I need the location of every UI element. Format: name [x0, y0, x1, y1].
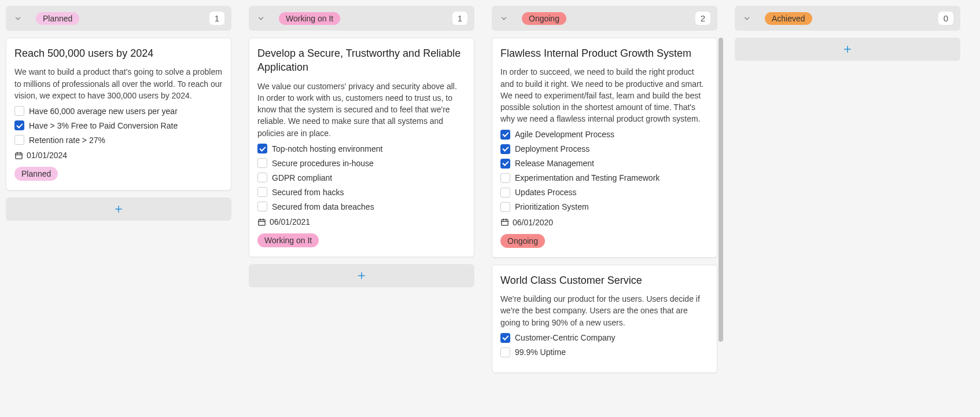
checkbox[interactable] [14, 135, 24, 145]
card-title: Reach 500,000 users by 2024 [14, 46, 223, 60]
column-header[interactable]: Achieved0 [735, 6, 960, 31]
chevron-down-icon[interactable] [499, 13, 509, 24]
add-card-button[interactable] [6, 197, 231, 221]
checklist-item[interactable]: Have 60,000 average new users per year [14, 106, 223, 116]
checklist-item[interactable]: Updates Process [500, 188, 709, 197]
checklist-label: 99.9% Uptime [515, 348, 566, 357]
checklist-item[interactable]: Customer-Centric Company [500, 333, 709, 343]
checklist-label: Deployment Process [515, 144, 590, 153]
card-description: We value our customers' privacy and secu… [257, 81, 466, 139]
checkbox[interactable] [500, 202, 510, 212]
checklist-item[interactable]: Have > 3% Free to Paid Conversion Rate [14, 120, 223, 130]
checklist-label: Secured from hacks [272, 188, 344, 197]
column-body: Flawless Internal Product Growth SystemI… [492, 38, 717, 380]
checklist-label: Secure procedures in-house [272, 159, 374, 168]
card-date-text: 06/01/2020 [513, 218, 553, 227]
card-date-text: 06/01/2021 [270, 217, 310, 226]
column-header[interactable]: Planned1 [6, 6, 231, 31]
column-body: Develop a Secure, Trustworthy and Reliab… [249, 38, 474, 264]
column-achieved: Achieved0 [735, 6, 960, 61]
card-date-text: 01/01/2024 [27, 151, 67, 160]
chevron-down-icon[interactable] [256, 13, 266, 24]
checklist-label: Retention rate > 27% [29, 136, 105, 145]
card-description: In order to succeed, we need to build th… [500, 66, 709, 125]
checklist-item[interactable]: Retention rate > 27% [14, 135, 223, 145]
column-header[interactable]: Ongoing2 [492, 6, 717, 31]
plus-icon [842, 44, 853, 54]
checkbox[interactable] [500, 173, 510, 183]
chevron-down-icon[interactable] [13, 13, 23, 24]
card-checklist: Agile Development ProcessDeployment Proc… [500, 130, 709, 212]
checklist-label: Have > 3% Free to Paid Conversion Rate [29, 121, 178, 130]
column-body: Reach 500,000 users by 2024We want to bu… [6, 38, 231, 197]
calendar-icon [500, 218, 509, 226]
checklist-item[interactable]: Top-notch hosting environment [257, 144, 466, 153]
checklist-item[interactable]: 99.9% Uptime [500, 348, 709, 357]
svg-rect-12 [502, 220, 508, 225]
checkbox[interactable] [257, 158, 267, 168]
column-header[interactable]: Working on It1 [249, 6, 474, 31]
checklist-label: Secured from data breaches [272, 202, 374, 211]
checklist-item[interactable]: GDPR compliant [257, 173, 466, 182]
card[interactable]: World Class Customer ServiceWe're buildi… [492, 265, 717, 373]
card-checklist: Top-notch hosting environmentSecure proc… [257, 144, 466, 211]
svg-rect-6 [259, 220, 265, 225]
checkbox[interactable] [500, 159, 510, 169]
svg-rect-0 [16, 153, 22, 159]
checkbox[interactable] [500, 333, 510, 343]
add-card-button[interactable] [735, 38, 960, 61]
checklist-label: Experimentation and Testing Framework [515, 173, 660, 182]
checkbox[interactable] [14, 106, 24, 116]
checkbox[interactable] [257, 144, 267, 153]
kanban-board: Planned1Reach 500,000 users by 2024We wa… [6, 6, 974, 380]
card-date: 01/01/2024 [14, 151, 223, 160]
card-checklist: Have 60,000 average new users per yearHa… [14, 106, 223, 145]
card-title: Develop a Secure, Trustworthy and Reliab… [257, 46, 466, 75]
checklist-label: Updates Process [515, 188, 577, 197]
card[interactable]: Flawless Internal Product Growth SystemI… [492, 38, 717, 258]
card-title: Flawless Internal Product Growth System [500, 46, 709, 60]
card-date: 06/01/2020 [500, 218, 709, 227]
card-description: We're building our product for the users… [500, 293, 709, 328]
scrollbar-thumb[interactable] [719, 38, 723, 342]
checklist-item[interactable]: Release Management [500, 159, 709, 169]
chevron-down-icon[interactable] [742, 13, 752, 24]
checkbox[interactable] [257, 187, 267, 197]
card[interactable]: Reach 500,000 users by 2024We want to bu… [6, 38, 231, 191]
card-status-pill: Working on It [257, 233, 319, 247]
card-status-pill: Planned [14, 167, 58, 181]
column-count-badge: 0 [938, 12, 953, 25]
checklist-item[interactable]: Secured from data breaches [257, 202, 466, 211]
checklist-item[interactable]: Secured from hacks [257, 187, 466, 197]
checkbox[interactable] [500, 130, 510, 140]
card-title: World Class Customer Service [500, 273, 709, 287]
checklist-label: Customer-Centric Company [515, 333, 616, 342]
checklist-item[interactable]: Agile Development Process [500, 130, 709, 140]
checklist-label: Have 60,000 average new users per year [29, 107, 178, 116]
plus-icon [356, 270, 367, 281]
checkbox[interactable] [14, 120, 24, 130]
column-status-pill: Ongoing [522, 12, 566, 25]
checklist-item[interactable]: Experimentation and Testing Framework [500, 173, 709, 183]
column-status-pill: Achieved [765, 12, 812, 25]
column-working: Working on It1Develop a Secure, Trustwor… [249, 6, 474, 287]
checklist-item[interactable]: Prioritization System [500, 202, 709, 212]
checklist-label: Prioritization System [515, 202, 589, 211]
column-status-pill: Working on It [279, 12, 340, 25]
checklist-item[interactable]: Deployment Process [500, 144, 709, 154]
card[interactable]: Develop a Secure, Trustworthy and Reliab… [249, 38, 474, 257]
add-card-button[interactable] [249, 264, 474, 287]
column-count-badge: 2 [695, 12, 710, 25]
card-description: We want to build a product that's going … [14, 66, 223, 101]
column-planned: Planned1Reach 500,000 users by 2024We wa… [6, 6, 231, 221]
checkbox[interactable] [500, 348, 510, 357]
checklist-label: Agile Development Process [515, 130, 614, 139]
plus-icon [113, 204, 124, 214]
column-status-pill: Planned [36, 12, 79, 25]
checkbox[interactable] [500, 144, 510, 154]
checkbox[interactable] [257, 173, 267, 182]
card-status-pill: Ongoing [500, 234, 545, 248]
checkbox[interactable] [257, 202, 267, 211]
checklist-item[interactable]: Secure procedures in-house [257, 158, 466, 168]
checkbox[interactable] [500, 188, 510, 197]
